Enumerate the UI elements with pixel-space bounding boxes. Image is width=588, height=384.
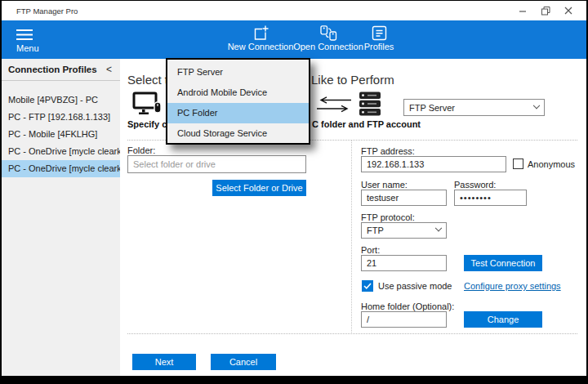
- test-connection-button[interactable]: Test Connection: [464, 255, 542, 271]
- open-connection-button[interactable]: Open Connection: [291, 20, 366, 59]
- connection-type-value: FTP Server: [409, 103, 455, 113]
- window-title: FTP Manager Pro: [16, 7, 78, 16]
- sidebar-header: Connection Profiles <: [2, 59, 120, 81]
- toolbar: Menu New Connection Open Connection Prof…: [2, 20, 586, 59]
- next-button[interactable]: Next: [132, 354, 196, 370]
- protocol-select[interactable]: FTP: [361, 222, 447, 239]
- section-caption-right: C folder and FTP account: [312, 119, 421, 129]
- sidebar-item-profile[interactable]: PC - Mobile [4FKLHG]: [2, 126, 120, 143]
- connection-type-select[interactable]: FTP Server: [403, 99, 545, 116]
- sidebar-item-profile[interactable]: PC - FTP [192.168.1.133]: [2, 109, 120, 126]
- folder-label: Folder:: [127, 145, 155, 155]
- pc-icon: [132, 92, 162, 116]
- password-input[interactable]: [454, 190, 527, 206]
- cancel-button[interactable]: Cancel: [211, 354, 276, 370]
- port-label: Port:: [361, 245, 380, 255]
- username-label: User name:: [361, 180, 408, 190]
- home-folder-input[interactable]: [361, 311, 447, 328]
- titlebar: FTP Manager Pro: [2, 1, 586, 20]
- chevron-down-icon: [533, 101, 540, 108]
- sidebar: Connection Profiles < Mobile [4PVBZG] - …: [2, 59, 120, 376]
- window-controls: [511, 1, 580, 20]
- protocol-label: FTP protocol:: [361, 212, 415, 222]
- chevron-down-icon: [435, 225, 442, 231]
- footer-divider: [127, 333, 577, 334]
- app-window: FTP Manager Pro Menu New Con: [2, 1, 586, 376]
- anonymous-label: Anonymous: [528, 159, 575, 169]
- anonymous-checkbox[interactable]: [513, 159, 523, 169]
- column-divider: [351, 141, 352, 333]
- open-connection-label: Open Connection: [291, 42, 366, 51]
- minimize-button[interactable]: [511, 1, 534, 20]
- new-connection-button[interactable]: New Connection: [223, 20, 298, 59]
- menu-button[interactable]: Menu: [10, 20, 56, 59]
- chevron-left-icon[interactable]: <: [106, 64, 112, 75]
- dropdown-item-pc-folder[interactable]: PC Folder: [167, 103, 309, 123]
- dropdown-item-android-device[interactable]: Android Mobile Device: [167, 83, 309, 103]
- open-connection-icon: [320, 25, 337, 41]
- profile-list: Mobile [4PVBZG] - PC PC - FTP [192.168.1…: [2, 92, 120, 177]
- dropdown-item-cloud-storage[interactable]: Cloud Storage Service: [167, 123, 309, 144]
- passive-mode-checkbox[interactable]: [362, 280, 373, 292]
- sidebar-item-profile[interactable]: PC - OneDrive [mycle cleark]: [2, 143, 120, 160]
- username-input[interactable]: [361, 190, 447, 206]
- checkmark-icon: [363, 283, 372, 289]
- new-connection-label: New Connection: [223, 42, 298, 51]
- select-folder-button[interactable]: Select Folder or Drive: [212, 180, 306, 196]
- hamburger-icon: [16, 27, 33, 42]
- passive-mode-label: Use passive mode: [378, 281, 452, 291]
- restore-icon: [541, 7, 550, 16]
- sidebar-item-profile-selected[interactable]: PC - OneDrive [mycle cleark] (2): [2, 160, 120, 177]
- ftp-address-label: FTP address:: [361, 146, 415, 156]
- minimize-icon: [519, 7, 527, 15]
- proxy-settings-link[interactable]: Configure proxy settings: [464, 281, 561, 291]
- restore-button[interactable]: [534, 1, 557, 20]
- profiles-label: Profiles: [358, 42, 400, 51]
- ftp-address-input[interactable]: [361, 156, 506, 172]
- change-button[interactable]: Change: [464, 311, 542, 328]
- transfer-arrows-icon: [316, 96, 352, 113]
- page-title-right: Like to Perform: [311, 73, 394, 87]
- window-frame: FTP Manager Pro Menu New Con: [0, 0, 588, 384]
- new-connection-dropdown: FTP Server Android Mobile Device PC Fold…: [166, 58, 310, 145]
- sidebar-item-profile[interactable]: Mobile [4PVBZG] - PC: [2, 92, 120, 109]
- dropdown-item-ftp-server[interactable]: FTP Server: [167, 62, 309, 83]
- profiles-icon: [372, 25, 387, 41]
- sidebar-title: Connection Profiles: [8, 65, 97, 74]
- profiles-button[interactable]: Profiles: [358, 20, 400, 59]
- password-label: Password:: [454, 180, 496, 190]
- new-connection-icon: [253, 25, 269, 41]
- folder-input[interactable]: [127, 155, 306, 173]
- menu-label: Menu: [16, 43, 56, 53]
- close-icon: [564, 7, 572, 15]
- server-icon: [359, 92, 381, 117]
- home-folder-label: Home folder (Optional):: [361, 301, 454, 311]
- protocol-value: FTP: [367, 225, 384, 235]
- port-input[interactable]: [361, 255, 447, 271]
- close-button[interactable]: [557, 1, 580, 20]
